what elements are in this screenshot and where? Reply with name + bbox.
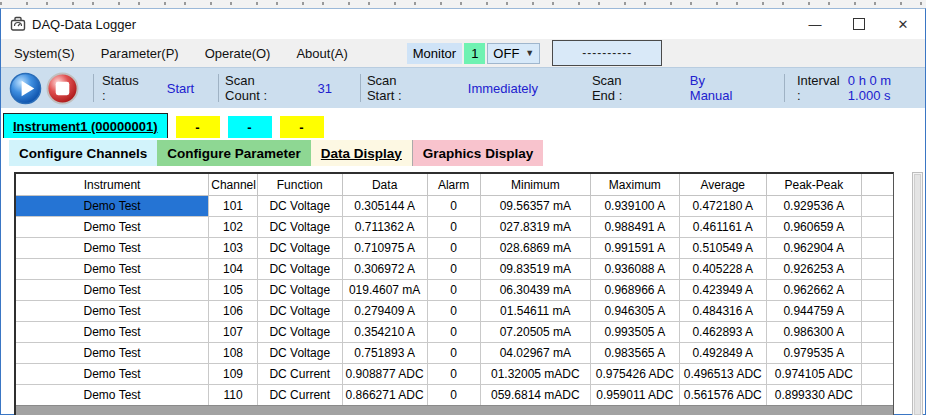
monitor-dashes-button[interactable]: ---------- [552, 40, 662, 66]
cell-maximum[interactable]: 0.988491 A [591, 217, 679, 238]
cell-channel[interactable]: 104 [209, 259, 258, 280]
column-header-instrument[interactable]: Instrument [16, 174, 209, 196]
cell-data[interactable]: 0.305144 A [342, 196, 427, 217]
cell-peak-peak[interactable]: 0.960659 A [767, 217, 862, 238]
cell-alarm[interactable]: 0 [427, 364, 480, 385]
cell-minimum[interactable]: 06.30439 mA [480, 280, 591, 301]
cell-function[interactable]: DC Voltage [257, 322, 342, 343]
cell-data[interactable]: 019.4607 mA [342, 280, 427, 301]
column-header-data[interactable]: Data [342, 174, 427, 196]
cell-data[interactable]: 0.354210 A [342, 322, 427, 343]
cell-average[interactable]: 0.423949 A [679, 280, 767, 301]
cell-function[interactable]: DC Voltage [257, 280, 342, 301]
cell-channel[interactable]: 110 [209, 385, 258, 406]
cell-maximum[interactable]: 0.991591 A [591, 238, 679, 259]
maximize-button[interactable] [837, 9, 881, 39]
column-header-channel[interactable]: Channel [209, 174, 258, 196]
cell-instrument[interactable]: Demo Test [16, 280, 209, 301]
cell-function[interactable]: DC Voltage [257, 259, 342, 280]
cell-data[interactable]: 0.866271 ADC [342, 385, 427, 406]
stop-scan-button[interactable] [46, 72, 79, 105]
scrollbar-thumb[interactable] [914, 174, 921, 415]
cell-average[interactable]: 0.484316 A [679, 301, 767, 322]
cell-average[interactable]: 0.461161 A [679, 217, 767, 238]
cell-channel[interactable]: 108 [209, 343, 258, 364]
menu-operate[interactable]: Operate(O) [192, 46, 284, 61]
tab-configure-parameter[interactable]: Configure Parameter [157, 140, 311, 166]
cell-data[interactable]: 0.306972 A [342, 259, 427, 280]
cell-function[interactable]: DC Voltage [257, 196, 342, 217]
cell-channel[interactable]: 106 [209, 301, 258, 322]
cell-function[interactable]: DC Voltage [257, 217, 342, 238]
cell-function[interactable]: DC Voltage [257, 343, 342, 364]
cell-average[interactable]: 0.496513 ADC [679, 364, 767, 385]
tab-configure-channels[interactable]: Configure Channels [9, 140, 157, 166]
cell-alarm[interactable]: 0 [427, 343, 480, 364]
cell-maximum[interactable]: 0.936088 A [591, 259, 679, 280]
cell-instrument[interactable]: Demo Test [16, 364, 209, 385]
cell-minimum[interactable]: 059.6814 mADC [480, 385, 591, 406]
cell-average[interactable]: 0.472180 A [679, 196, 767, 217]
tab-slot-2[interactable]: - [176, 116, 220, 138]
cell-minimum[interactable]: 027.8319 mA [480, 217, 591, 238]
cell-data[interactable]: 0.908877 ADC [342, 364, 427, 385]
cell-minimum[interactable]: 028.6869 mA [480, 238, 591, 259]
cell-maximum[interactable]: 0.968966 A [591, 280, 679, 301]
cell-alarm[interactable]: 0 [427, 196, 480, 217]
column-header-maximum[interactable]: Maximum [591, 174, 679, 196]
column-header-peak-peak[interactable]: Peak-Peak [767, 174, 862, 196]
cell-function[interactable]: DC Voltage [257, 301, 342, 322]
cell-channel[interactable]: 101 [209, 196, 258, 217]
table-scrollbar[interactable] [912, 172, 923, 415]
cell-channel[interactable]: 102 [209, 217, 258, 238]
cell-average[interactable]: 0.492849 A [679, 343, 767, 364]
cell-minimum[interactable]: 04.02967 mA [480, 343, 591, 364]
cell-instrument[interactable]: Demo Test [16, 196, 209, 217]
menu-parameter[interactable]: Parameter(P) [88, 46, 192, 61]
minimize-button[interactable]: — [793, 9, 837, 39]
cell-peak-peak[interactable]: 0.929536 A [767, 196, 862, 217]
tab-graphics-display[interactable]: Graphics Display [413, 140, 543, 166]
cell-alarm[interactable]: 0 [427, 280, 480, 301]
cell-function[interactable]: DC Current [257, 385, 342, 406]
cell-minimum[interactable]: 09.56357 mA [480, 196, 591, 217]
cell-peak-peak[interactable]: 0.899330 ADC [767, 385, 862, 406]
cell-data[interactable]: 0.751893 A [342, 343, 427, 364]
tab-data-display[interactable]: Data Display [311, 140, 413, 166]
cell-instrument[interactable]: Demo Test [16, 301, 209, 322]
cell-maximum[interactable]: 0.946305 A [591, 301, 679, 322]
cell-peak-peak[interactable]: 0.926253 A [767, 259, 862, 280]
cell-peak-peak[interactable]: 0.979535 A [767, 343, 862, 364]
cell-peak-peak[interactable]: 0.962904 A [767, 238, 862, 259]
cell-alarm[interactable]: 0 [427, 385, 480, 406]
menu-about[interactable]: About(A) [283, 46, 360, 61]
cell-alarm[interactable]: 0 [427, 301, 480, 322]
cell-alarm[interactable]: 0 [427, 238, 480, 259]
cell-minimum[interactable]: 01.32005 mADC [480, 364, 591, 385]
cell-average[interactable]: 0.405228 A [679, 259, 767, 280]
cell-average[interactable]: 0.561576 ADC [679, 385, 767, 406]
cell-channel[interactable]: 105 [209, 280, 258, 301]
cell-alarm[interactable]: 0 [427, 217, 480, 238]
cell-maximum[interactable]: 0.975426 ADC [591, 364, 679, 385]
close-button[interactable]: ✕ [881, 9, 925, 39]
cell-data[interactable]: 0.710975 A [342, 238, 427, 259]
cell-channel[interactable]: 109 [209, 364, 258, 385]
menu-system[interactable]: System(S) [1, 46, 88, 61]
cell-instrument[interactable]: Demo Test [16, 217, 209, 238]
cell-minimum[interactable]: 01.54611 mA [480, 301, 591, 322]
cell-peak-peak[interactable]: 0.974105 ADC [767, 364, 862, 385]
cell-data[interactable]: 0.711362 A [342, 217, 427, 238]
tab-slot-3[interactable]: - [228, 116, 272, 138]
cell-instrument[interactable]: Demo Test [16, 322, 209, 343]
cell-peak-peak[interactable]: 0.986300 A [767, 322, 862, 343]
cell-function[interactable]: DC Current [257, 364, 342, 385]
column-header-minimum[interactable]: Minimum [480, 174, 591, 196]
cell-instrument[interactable]: Demo Test [16, 238, 209, 259]
column-header-function[interactable]: Function [257, 174, 342, 196]
cell-data[interactable]: 0.279409 A [342, 301, 427, 322]
cell-minimum[interactable]: 09.83519 mA [480, 259, 591, 280]
start-scan-button[interactable] [9, 72, 42, 105]
cell-channel[interactable]: 103 [209, 238, 258, 259]
cell-instrument[interactable]: Demo Test [16, 385, 209, 406]
